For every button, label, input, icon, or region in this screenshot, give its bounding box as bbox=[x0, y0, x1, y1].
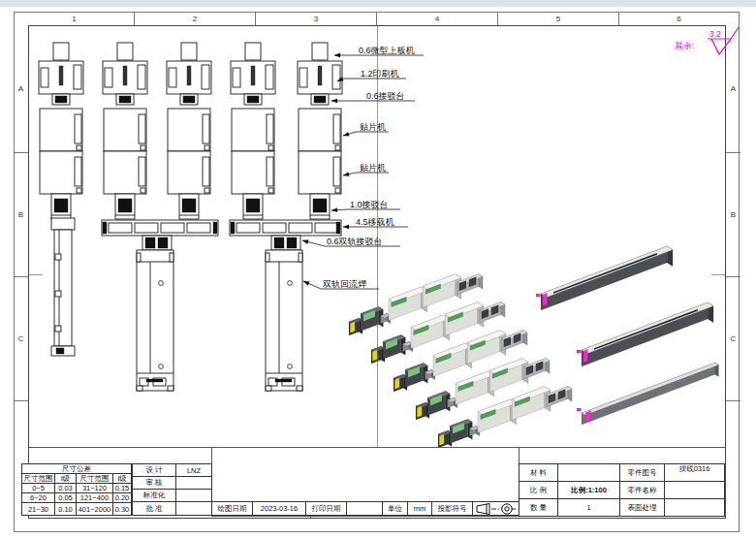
part-name-label: 零件名称 bbox=[619, 481, 665, 499]
unit-label: 单位 bbox=[382, 501, 408, 516]
leader-arrow bbox=[331, 99, 349, 103]
transfer-crossbar bbox=[230, 220, 341, 236]
grid-col-6: 6 bbox=[619, 12, 739, 25]
designer-label: 设 计 bbox=[132, 463, 176, 477]
surface-note-prefix: 其余: bbox=[675, 41, 695, 50]
grid-col-1: 1 bbox=[15, 12, 135, 25]
dual-track-connector bbox=[142, 236, 172, 250]
surface-roughness-note: 其余: 3.2 bbox=[673, 25, 744, 60]
material-label: 材 料 bbox=[519, 463, 558, 482]
leader-arrow bbox=[331, 207, 348, 211]
exit-conveyor-plan bbox=[51, 218, 75, 356]
surface-note-value: 3.2 bbox=[709, 29, 721, 39]
surface-finish-value bbox=[664, 498, 725, 517]
draw-date-label: 绘图日期 bbox=[211, 501, 253, 516]
part-number-value: 摆线0316 bbox=[664, 463, 725, 482]
plan-line-1 bbox=[39, 43, 83, 219]
tolerance-cell: 0.30 bbox=[112, 502, 132, 516]
approver-label: 批 准 bbox=[132, 501, 176, 516]
titleblock-stub bbox=[310, 516, 311, 519]
standardization-value bbox=[175, 489, 212, 502]
leader-arrow bbox=[302, 239, 325, 246]
plan-view-machines bbox=[39, 43, 342, 391]
grid-col-4: 4 bbox=[377, 12, 498, 25]
annotation-label: 0.6接驳台 bbox=[366, 91, 405, 101]
iso-exit-conveyor bbox=[582, 363, 718, 425]
plan-line-4 bbox=[231, 43, 275, 219]
quantity-value: 1 bbox=[557, 498, 620, 517]
grid-row-c-left: C bbox=[14, 277, 28, 401]
grid-col-5: 5 bbox=[498, 12, 619, 25]
titleblock-top-line bbox=[29, 447, 725, 448]
material-value bbox=[557, 463, 620, 482]
grid-col-2: 2 bbox=[135, 12, 256, 25]
part-name-value bbox=[664, 481, 725, 499]
cad-drawing-page: 1 2 3 4 5 6 A B C A B C 其余: 3.2 0.6微型上板机… bbox=[0, 0, 756, 539]
leader-arrow bbox=[343, 173, 356, 176]
print-date-label: 打印日期 bbox=[305, 501, 347, 516]
projection-symbol-cell bbox=[472, 501, 520, 516]
scale-label: 比 例 bbox=[519, 481, 558, 499]
iso-reflow-oven-2 bbox=[582, 302, 713, 366]
draw-date-value: 2023-03-16 bbox=[252, 501, 306, 516]
window-top-band bbox=[0, 0, 756, 7]
reflow-oven-plan bbox=[137, 250, 173, 391]
dual-track-connector bbox=[271, 236, 300, 250]
annotation-label: 0.6微型上板机 bbox=[359, 46, 415, 55]
grid-row-b-left: B bbox=[14, 153, 28, 277]
projection-label: 投影符号 bbox=[431, 501, 473, 516]
checker-value bbox=[175, 476, 212, 490]
leader-arrow bbox=[343, 225, 354, 229]
grid-row-a-left: A bbox=[14, 25, 28, 153]
annotation-label: 贴片机 bbox=[360, 122, 386, 132]
first-angle-projection-icon bbox=[474, 502, 519, 516]
print-date-value bbox=[346, 501, 383, 516]
leader-arrow bbox=[303, 281, 321, 289]
quantity-label: 数 量 bbox=[519, 498, 558, 517]
tolerance-cell: 401~2000 bbox=[76, 502, 113, 516]
iso-reflow-oven-1 bbox=[541, 246, 673, 310]
approver-value bbox=[175, 501, 212, 516]
tolerance-cell: 21~30 bbox=[21, 502, 55, 516]
isometric-view bbox=[337, 235, 740, 460]
plan-line-3 bbox=[167, 43, 211, 219]
annotation-label: 1.2印刷机 bbox=[361, 69, 399, 79]
transfer-crossbar bbox=[102, 220, 218, 236]
plan-line-2 bbox=[103, 43, 147, 219]
grid-col-3: 3 bbox=[256, 12, 377, 25]
unit-value: mm bbox=[407, 501, 432, 516]
part-number-label: 零件图号 bbox=[619, 463, 665, 482]
titleblock-divider bbox=[519, 447, 520, 463]
standardization-label: 标准化 bbox=[132, 489, 176, 502]
tolerance-cell: 0.10 bbox=[54, 502, 77, 516]
scale-value: 比例:1:100 bbox=[557, 481, 620, 499]
annotation-label: 贴片机 bbox=[360, 163, 386, 173]
designer-value: LNZ bbox=[175, 463, 212, 477]
plan-line-5 bbox=[298, 43, 342, 219]
leader-arrow bbox=[343, 132, 356, 136]
surface-finish-label: 表面处理 bbox=[619, 498, 665, 517]
checker-label: 审 核 bbox=[132, 476, 176, 490]
leader-arrow bbox=[334, 53, 341, 57]
annotation-label: 4.5移载机 bbox=[356, 217, 394, 227]
reflow-oven-plan bbox=[266, 250, 302, 391]
annotation-label: 1.0接驳台 bbox=[350, 200, 389, 209]
